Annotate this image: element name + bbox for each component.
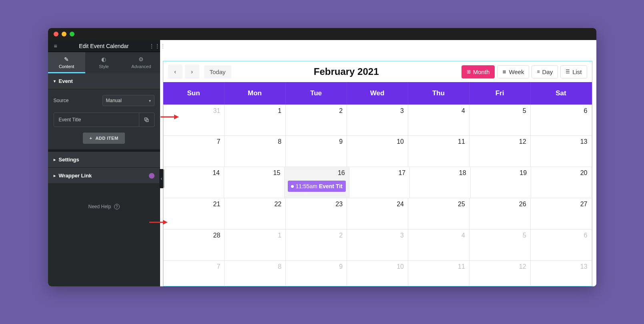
- apps-icon[interactable]: ⋮⋮⋮: [149, 43, 156, 49]
- view-week-button[interactable]: ≣Week: [497, 65, 529, 78]
- day-cell[interactable]: 13: [531, 261, 592, 286]
- sidebar-tabs: ✎Content ◐Style ⚙Advanced: [48, 52, 160, 73]
- day-number: 13: [580, 138, 588, 145]
- day-cell[interactable]: 13: [531, 136, 592, 167]
- section-event-header[interactable]: ▾ Event: [48, 73, 160, 89]
- view-list-button[interactable]: ☰List: [560, 65, 587, 78]
- day-cell[interactable]: 18: [410, 167, 470, 198]
- view-icon: ☰: [566, 69, 570, 74]
- day-cell[interactable]: 5: [469, 229, 531, 261]
- day-cell[interactable]: 10: [347, 261, 408, 286]
- day-number: 9: [339, 138, 343, 145]
- day-cell[interactable]: 24: [347, 198, 408, 229]
- day-number: 1: [278, 107, 281, 115]
- need-help-link[interactable]: Need Help ?: [48, 184, 160, 229]
- view-day-button[interactable]: ≡Day: [532, 65, 558, 78]
- day-cell[interactable]: 6: [531, 229, 592, 261]
- view-label: Month: [473, 68, 490, 75]
- day-cell[interactable]: 10: [347, 136, 408, 167]
- event-chip[interactable]: 11:55am Event Tit: [288, 181, 345, 192]
- day-cell[interactable]: 9: [286, 261, 347, 286]
- tab-content[interactable]: ✎Content: [48, 52, 85, 73]
- day-cell[interactable]: 26: [469, 198, 531, 229]
- day-header: Fri: [469, 82, 531, 105]
- day-cell[interactable]: 1: [225, 229, 286, 261]
- day-cell[interactable]: 12: [469, 136, 531, 167]
- day-number: 9: [339, 263, 343, 270]
- day-number: 16: [338, 169, 345, 177]
- tab-style[interactable]: ◐Style: [85, 52, 122, 73]
- help-icon: ?: [114, 204, 120, 209]
- day-cell[interactable]: 20: [531, 167, 592, 198]
- day-number: 11: [458, 263, 465, 270]
- day-number: 7: [217, 138, 220, 145]
- day-number: 5: [523, 107, 526, 115]
- calendar-grid: SunMonTueWedThuFriSat 311234567891011121…: [163, 82, 592, 286]
- day-header: Wed: [347, 82, 408, 105]
- section-settings-header[interactable]: ▸ Settings: [48, 152, 160, 168]
- day-cell[interactable]: 12: [469, 261, 531, 286]
- day-cell[interactable]: 2: [286, 105, 347, 136]
- day-cell[interactable]: 3: [347, 229, 408, 261]
- day-cell[interactable]: 8: [225, 261, 286, 286]
- source-select[interactable]: Manual: [102, 95, 154, 106]
- day-cell[interactable]: 28: [163, 229, 225, 261]
- section-wrapper-link-header[interactable]: ▸ Wrapper Link: [48, 168, 160, 184]
- week-row: 14151611:55am Event Tit17181920: [163, 167, 592, 198]
- day-number: 13: [580, 263, 588, 270]
- day-cell[interactable]: 31: [163, 105, 225, 136]
- day-cell[interactable]: 5: [469, 105, 531, 136]
- week-row: 21222324252627: [163, 198, 592, 229]
- day-cell[interactable]: 7: [163, 261, 225, 286]
- day-cell[interactable]: 4: [408, 105, 469, 136]
- caret-right-icon: ▸: [54, 157, 56, 162]
- minimize-icon[interactable]: [62, 32, 66, 36]
- prev-button[interactable]: ‹: [168, 64, 183, 79]
- next-button[interactable]: ›: [185, 64, 199, 79]
- day-cell[interactable]: 15: [224, 167, 285, 198]
- close-icon[interactable]: [54, 32, 58, 36]
- app-window: ≡ Edit Event Calendar ⋮⋮⋮ ✎Content ◐Styl…: [48, 28, 596, 286]
- event-item-title[interactable]: Event Title: [54, 113, 139, 127]
- day-cell[interactable]: 11: [408, 136, 469, 167]
- day-cell[interactable]: 7: [163, 136, 225, 167]
- view-month-button[interactable]: ⊞Month: [461, 65, 495, 78]
- view-buttons: ⊞Month≣Week≡Day☰List: [461, 65, 587, 78]
- day-cell[interactable]: 14: [163, 167, 224, 198]
- day-number: 11: [458, 138, 465, 145]
- menu-icon[interactable]: ≡: [52, 43, 59, 49]
- tab-advanced[interactable]: ⚙Advanced: [122, 52, 160, 73]
- day-cell[interactable]: 22: [225, 198, 286, 229]
- day-cell[interactable]: 2: [286, 229, 347, 261]
- day-cell[interactable]: 19: [471, 167, 531, 198]
- day-cell[interactable]: 8: [225, 136, 286, 167]
- day-cell[interactable]: 1611:55am Event Tit: [285, 167, 349, 198]
- day-cell[interactable]: 21: [163, 198, 225, 229]
- day-cell[interactable]: 25: [408, 198, 469, 229]
- day-number: 2: [339, 107, 343, 115]
- day-cell[interactable]: 1: [225, 105, 286, 136]
- add-item-button[interactable]: ADD ITEM: [83, 133, 124, 144]
- copy-icon[interactable]: [139, 113, 154, 127]
- today-button[interactable]: Today: [204, 65, 231, 78]
- day-header: Sun: [163, 82, 225, 105]
- day-cell[interactable]: 11: [408, 261, 469, 286]
- sidebar-title: Edit Event Calendar: [59, 43, 149, 49]
- day-number: 3: [400, 232, 404, 239]
- day-header: Tue: [286, 82, 347, 105]
- day-number: 7: [217, 263, 220, 270]
- day-cell[interactable]: 9: [286, 136, 347, 167]
- day-cell[interactable]: 27: [531, 198, 592, 229]
- day-cell[interactable]: 6: [531, 105, 592, 136]
- event-time: 11:55am: [295, 183, 317, 189]
- source-value: Manual: [106, 98, 122, 103]
- day-cell[interactable]: 17: [349, 167, 410, 198]
- day-header: Mon: [225, 82, 286, 105]
- day-number: 31: [213, 107, 221, 115]
- day-cell[interactable]: 23: [286, 198, 347, 229]
- main-area: ‹ › Today February 2021 ⊞Month≣Week≡Day☰…: [160, 40, 596, 286]
- maximize-icon[interactable]: [70, 32, 74, 36]
- day-cell[interactable]: 4: [408, 229, 469, 261]
- day-cell[interactable]: 3: [347, 105, 408, 136]
- calendar-widget: ‹ › Today February 2021 ⊞Month≣Week≡Day☰…: [163, 61, 592, 286]
